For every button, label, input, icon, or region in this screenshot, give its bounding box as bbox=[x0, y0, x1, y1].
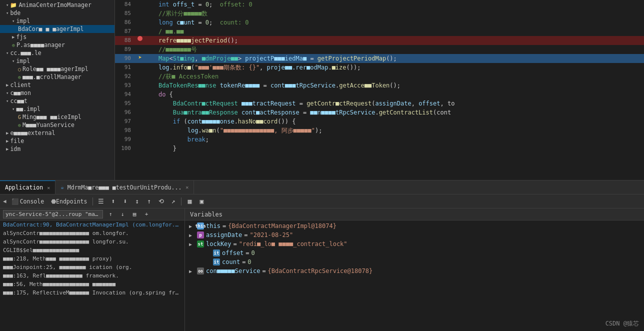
breakpoint-icon[interactable] bbox=[138, 36, 142, 41]
tree-item-myuanservice[interactable]: ⊕ M■■■YuanService bbox=[0, 121, 114, 129]
code-line-84: 84 int offs_t = 0; offset: 0 bbox=[115, 0, 644, 9]
line-number: 95 bbox=[115, 99, 136, 108]
code-line-93: 93 BdaTokenRes■■nse tokenRe■■■■ = cont■■… bbox=[115, 81, 644, 90]
back-icon: ◀ bbox=[3, 198, 6, 204]
variable-count[interactable]: it count = 0 bbox=[185, 258, 644, 266]
tree-item-impl3[interactable]: ▾ ■■.impl bbox=[0, 105, 114, 113]
down-nav-btn[interactable]: ↓ bbox=[118, 210, 127, 219]
tree-item-ccmt[interactable]: ▾ cc■■t bbox=[0, 97, 114, 105]
tab-close-icon[interactable]: ✕ bbox=[47, 185, 50, 190]
tree-item-impl2[interactable]: ▾ impl bbox=[0, 57, 114, 65]
endpoints-btn[interactable]: ⬣ Endpoints bbox=[48, 196, 90, 207]
grid2-btn[interactable]: ▣ bbox=[196, 196, 207, 207]
variable-lockkey[interactable]: ▶ st lockKey = "redi■_lo■ ■■■■_contract_… bbox=[185, 240, 644, 248]
tree-item-ccmle[interactable]: ▾ cc.■■■.le bbox=[0, 49, 114, 57]
chevron-icon: ▶ bbox=[6, 130, 8, 136]
chevron-icon: ▶ bbox=[6, 146, 8, 152]
frame-item[interactable]: ■■■:56, Meth■■■■■■■■■■■■■■ ■■■■■■■ bbox=[0, 280, 184, 288]
tree-item-mingiceimpl[interactable]: G Ming■■■ ■■iceImpl bbox=[0, 113, 114, 121]
code-content: //■■■■■■■号 bbox=[144, 45, 644, 54]
code-content: //获■ AccessToken bbox=[144, 72, 644, 81]
tree-item-paasmanager[interactable]: ⊕ P.as■■■■anager bbox=[0, 41, 114, 49]
console-btn[interactable]: ⬛ Console bbox=[8, 196, 47, 207]
updown-icon: ↕ bbox=[135, 198, 139, 205]
tree-item-external[interactable]: ▶ e■■■■external bbox=[0, 129, 114, 137]
variables-list: ▶ this this = {BdaContractManagerImpl@18… bbox=[185, 220, 644, 331]
layout-btn[interactable]: ☰ bbox=[96, 196, 106, 207]
thread-label: ync-Service-5"@2...roup "main": RUNNING bbox=[6, 211, 103, 218]
code-line-97: 97 if (cont■■■■■onse.hasNo■■cord()) { bbox=[115, 117, 644, 126]
chevron-down-icon: ▾ bbox=[6, 90, 8, 96]
frame-item[interactable]: ■■■:163, Refl■■■■■■■■■■■ framework. bbox=[0, 272, 184, 280]
tab-close-icon[interactable]: ✕ bbox=[186, 184, 188, 190]
down-btn[interactable]: ⬇ bbox=[120, 196, 130, 207]
chevron-down-icon: ▾ bbox=[6, 2, 8, 8]
var-value: 0 bbox=[248, 258, 251, 266]
tree-item-impl[interactable]: ▾ impl bbox=[0, 17, 114, 25]
variable-this[interactable]: ▶ this this = {BdaContractManagerImpl@18… bbox=[185, 222, 644, 230]
code-content: log.info■("■■■'■■■期条数: {}", proje■■.rer■… bbox=[144, 63, 644, 72]
tree-item-rolemanagerimpl[interactable]: ○ Role■■ ■■■■agerImpl bbox=[0, 65, 114, 73]
code-content: int offs_t = 0; offset: 0 bbox=[144, 0, 644, 9]
variable-assigndate[interactable]: ▶ p assignDate = "2021-08-25" bbox=[185, 230, 644, 240]
line-number: 94 bbox=[115, 90, 136, 99]
code-content: //累计分■■■■■数 bbox=[144, 9, 644, 18]
code-line-94: 94 do { bbox=[115, 90, 644, 99]
variable-offset[interactable]: it offset = 0 bbox=[185, 248, 644, 258]
tree-item-fjs[interactable]: ▶ fjs bbox=[0, 33, 114, 41]
thread-dropdown[interactable]: ync-Service-5"@2...roup "main": RUNNING … bbox=[3, 210, 103, 218]
up-btn[interactable]: ⬆ bbox=[108, 196, 118, 207]
separator2 bbox=[181, 198, 182, 206]
tab-label: MdrmMa■re■■■ ■testOurUnitProdu... bbox=[68, 184, 182, 191]
tab-mdmmarequest[interactable]: ☕ MdrmMa■re■■■ ■testOurUnitProdu... ✕ bbox=[56, 180, 194, 194]
add-btn[interactable]: + bbox=[142, 210, 151, 219]
refresh-btn[interactable]: ⟲ bbox=[156, 196, 166, 207]
tree-item-bde[interactable]: ▾ bde bbox=[0, 9, 114, 17]
var-equals: = bbox=[234, 240, 237, 248]
variables-title: Variables bbox=[190, 211, 222, 218]
tree-label: e■■■■external bbox=[10, 130, 55, 136]
tree-label: Role■■ ■■■■agerImpl bbox=[22, 66, 88, 72]
tree-item-bdacorimagerimpl[interactable]: BdaCor■ ■ ■agerImpl bbox=[0, 25, 114, 33]
frame-item[interactable]: CGLIB$$el■■■■■■■■■■■■■■ bbox=[0, 246, 184, 254]
frame-item[interactable]: BdaContract:90, BdaContractManagerImpl (… bbox=[0, 220, 184, 229]
frame-item[interactable]: ■■■:175, ReflectiveM■■■■■■ Invocation (o… bbox=[0, 288, 184, 297]
tree-item-scrollmanager[interactable]: ⊕ ■■■.■crollManager bbox=[0, 73, 114, 81]
up-nav-btn[interactable]: ↑ bbox=[106, 210, 115, 219]
refresh-icon: ⟲ bbox=[158, 198, 164, 205]
tree-item-common[interactable]: ▾ c■■mon bbox=[0, 89, 114, 97]
filter-btn[interactable]: ▤ bbox=[130, 210, 139, 219]
code-content: do { bbox=[144, 90, 644, 99]
tree-item-idm[interactable]: ▶ idm bbox=[0, 145, 114, 153]
debug-content: ync-Service-5"@2...roup "main": RUNNING … bbox=[0, 208, 644, 331]
watermark-text: CSDN @猿芯 bbox=[606, 320, 639, 327]
chevron-down-icon: ▾ bbox=[6, 98, 8, 104]
tab-application[interactable]: Application ✕ bbox=[0, 180, 56, 194]
line-number: 84 bbox=[115, 0, 136, 9]
export-btn[interactable]: ↗ bbox=[168, 196, 178, 207]
chevron-icon: ▶ bbox=[6, 138, 8, 144]
frame-item[interactable]: ■■■:218, Meth■■■ ■■■■■■■■■ proxy) bbox=[0, 254, 184, 263]
tree-item-client[interactable]: ▶ client bbox=[0, 81, 114, 89]
tree-label: cc.■■■.le bbox=[10, 50, 41, 56]
chevron-down-icon: ▾ bbox=[12, 58, 14, 64]
frame-item[interactable]: ■■■Joinpoint:25, ■■■■■■■■ ication (org. bbox=[0, 263, 184, 272]
frame-item[interactable]: alSyncContr■■■■■■■■■■■■■■■ longfor.su. bbox=[0, 238, 184, 246]
var-value: {BdaContractRpcService@18078} bbox=[268, 268, 373, 274]
frame-item[interactable]: alSyncContr■■■■■■■■■■■■■■■ om.longfor. bbox=[0, 229, 184, 238]
expand-icon: ▶ bbox=[189, 224, 195, 229]
updown-btn[interactable]: ↕ bbox=[132, 196, 142, 207]
var-type-icon: it bbox=[213, 258, 220, 266]
code-line-87: 87 / ■■.■■ bbox=[115, 27, 644, 36]
tree-item-animacenterimomanager[interactable]: ▾ 📁 AnimaCenterImoManager bbox=[0, 1, 114, 9]
variable-conservice[interactable]: ▶ oo con■■■■■Service = {BdaContractRpcSe… bbox=[185, 266, 644, 276]
code-content: BdaContr■ctRequest ■■■tractRequest = get… bbox=[144, 99, 644, 108]
up2-btn[interactable]: ↑ bbox=[144, 196, 154, 207]
line-number: 90 bbox=[115, 54, 136, 63]
tab-bar: Application ✕ ☕ MdrmMa■re■■■ ■testOurUni… bbox=[0, 180, 644, 194]
line-gutter: ➤ bbox=[136, 54, 144, 61]
grid-btn[interactable]: ▦ bbox=[184, 196, 195, 207]
code-line-86: 86 long c■unt = 0; count: 0 bbox=[115, 18, 644, 27]
tree-item-file[interactable]: ▶ file bbox=[0, 137, 114, 145]
code-editor: 84 int offs_t = 0; offset: 0 85 //累计分■■■… bbox=[115, 0, 644, 180]
